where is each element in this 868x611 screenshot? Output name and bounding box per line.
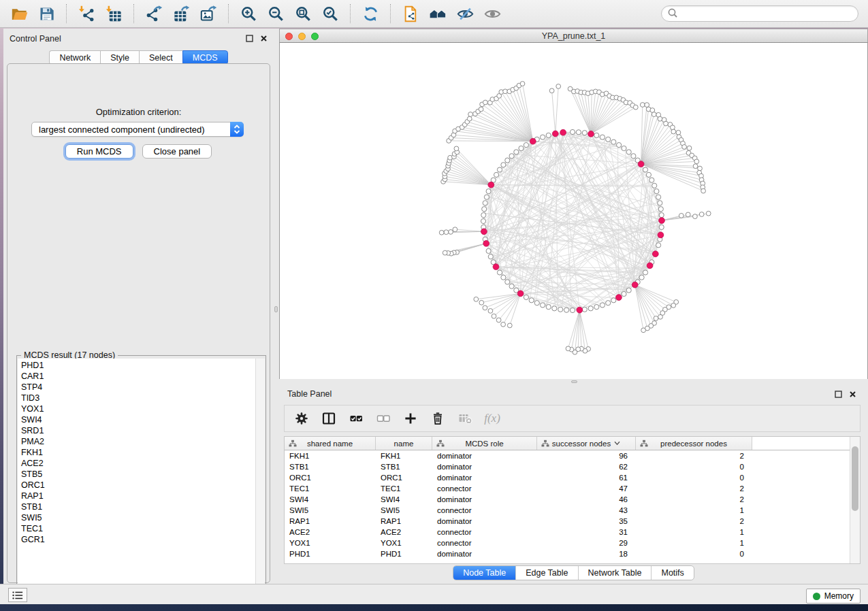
delete-column-button[interactable] <box>429 410 447 427</box>
mcds-node-item[interactable]: PHD1 <box>18 360 255 371</box>
table-row[interactable]: SWI5SWI5connector431 <box>285 505 860 516</box>
toggle-columns-icon <box>321 410 337 427</box>
table-cell: dominator <box>432 472 537 483</box>
table-row[interactable]: ACE2ACE2connector311 <box>285 527 860 538</box>
mcds-list-scrollbar[interactable] <box>255 359 265 603</box>
show-all-button[interactable] <box>479 2 506 25</box>
refresh-button[interactable] <box>357 2 384 25</box>
criterion-value: largest connected component (undirected) <box>32 125 230 135</box>
tab-mcds[interactable]: MCDS <box>182 50 228 65</box>
column-header-MCDS-role[interactable]: MCDS role <box>432 437 537 450</box>
search-box[interactable] <box>661 5 858 22</box>
mcds-node-item[interactable]: PMA2 <box>18 436 255 447</box>
mcds-node-item[interactable]: SWI4 <box>18 414 255 425</box>
network-view-canvas[interactable] <box>279 43 868 379</box>
task-history-button[interactable] <box>8 588 27 602</box>
mcds-node-item[interactable]: YOX1 <box>18 403 255 414</box>
apply-function-icon: f(x) <box>484 412 500 425</box>
run-mcds-button[interactable]: Run MCDS <box>65 144 133 159</box>
first-neighbors-button[interactable] <box>424 2 451 25</box>
mcds-node-item[interactable]: STP4 <box>18 382 255 393</box>
mcds-node-item[interactable]: GCR1 <box>18 534 255 545</box>
zoom-fit-button[interactable] <box>289 2 317 25</box>
close-mcds-button[interactable]: Close panel <box>142 144 212 159</box>
tab-network-table[interactable]: Network Table <box>579 566 652 580</box>
tab-network[interactable]: Network <box>49 50 100 65</box>
select-all-rows-button[interactable] <box>347 410 365 427</box>
new-network-from-selection-button[interactable] <box>397 2 424 25</box>
open-file-button[interactable] <box>5 2 33 25</box>
mcds-node-item[interactable]: FKH1 <box>18 447 255 458</box>
mcds-node-item[interactable]: ACE2 <box>18 458 255 469</box>
table-cell: 2 <box>636 494 752 505</box>
export-network-button[interactable] <box>140 2 167 25</box>
float-table-panel-icon[interactable] <box>833 389 843 399</box>
right-region: YPA_prune.txt_1 Table Panel f(x) shared … <box>279 29 868 584</box>
tab-select[interactable]: Select <box>139 50 182 65</box>
mcds-node-item[interactable]: RAP1 <box>18 491 255 501</box>
dropdown-stepper-icon <box>230 122 244 137</box>
zoom-in-button[interactable] <box>235 2 262 25</box>
import-network-button[interactable] <box>73 2 100 25</box>
table-row[interactable]: PHD1PHD1dominator180 <box>285 548 860 559</box>
mcds-result-list[interactable]: PHD1CAR1STP4TID3YOX1SWI4SRD1PMA2FKH1ACE2… <box>18 359 265 603</box>
tab-motifs[interactable]: Motifs <box>652 566 693 580</box>
column-header-successor-nodes[interactable]: successor nodes <box>537 437 636 450</box>
table-row[interactable]: STB1STB1dominator620 <box>285 461 860 472</box>
horizontal-splitter[interactable] <box>279 379 868 384</box>
table-row[interactable]: RAP1RAP1dominator352 <box>285 516 860 527</box>
float-panel-icon[interactable] <box>244 33 254 43</box>
refresh-icon <box>361 5 380 23</box>
mcds-node-item[interactable]: ORC1 <box>18 480 255 491</box>
search-input[interactable] <box>681 9 852 18</box>
column-header-shared-name[interactable]: shared name <box>285 437 376 450</box>
mcds-node-item[interactable]: TID3 <box>18 393 255 403</box>
export-table-button[interactable] <box>167 2 195 25</box>
table-row[interactable]: SWI4SWI4dominator462 <box>285 494 860 505</box>
column-header-name[interactable]: name <box>376 437 432 450</box>
toggle-columns-button[interactable] <box>320 410 338 427</box>
mcds-node-item[interactable]: SRD1 <box>18 425 255 436</box>
node-table[interactable]: shared namenameMCDS rolesuccessor nodesp… <box>284 436 861 564</box>
table-toolbar: f(x) <box>284 405 861 432</box>
table-options-button[interactable] <box>293 410 310 427</box>
mcds-node-item[interactable]: CAR1 <box>18 371 255 382</box>
mcds-node-item[interactable]: SWI5 <box>18 512 255 523</box>
table-cell: dominator <box>432 494 537 505</box>
memory-button[interactable]: Memory <box>806 589 861 604</box>
delete-table-icon <box>457 410 473 427</box>
tab-edge-table[interactable]: Edge Table <box>516 566 578 580</box>
deselect-all-rows-button[interactable] <box>374 410 392 427</box>
close-panel-icon[interactable] <box>259 33 268 43</box>
table-row[interactable]: YOX1YOX1connector291 <box>285 538 860 548</box>
zoom-selected-button[interactable] <box>317 2 344 25</box>
hide-selected-button[interactable] <box>451 2 479 25</box>
mcds-node-item[interactable]: STB5 <box>18 469 255 480</box>
zoom-fit-icon <box>294 5 312 23</box>
vertical-splitter-handle[interactable] <box>274 306 278 312</box>
table-row[interactable]: TEC1TEC1connector472 <box>285 483 860 494</box>
import-table-icon <box>105 5 123 23</box>
criterion-dropdown[interactable]: largest connected component (undirected) <box>31 122 244 137</box>
export-image-button[interactable] <box>195 2 222 25</box>
table-row[interactable]: FKH1FKH1dominator962 <box>285 450 860 461</box>
network-window-titlebar[interactable]: YPA_prune.txt_1 <box>279 29 868 43</box>
network-graph[interactable] <box>280 43 867 378</box>
import-table-button[interactable] <box>100 2 127 25</box>
table-cell: 0 <box>636 472 752 483</box>
horizontal-splitter-handle[interactable] <box>571 380 577 383</box>
zoom-out-button[interactable] <box>262 2 289 25</box>
close-table-panel-icon[interactable] <box>848 389 857 399</box>
save-session-button[interactable] <box>33 2 60 25</box>
table-cell: 2 <box>636 516 752 527</box>
tab-node-table[interactable]: Node Table <box>453 566 516 580</box>
table-scrollbar[interactable] <box>850 437 860 563</box>
mcds-node-item[interactable]: TEC1 <box>18 523 255 534</box>
add-column-button[interactable] <box>402 410 419 427</box>
criterion-label: Optimization criterion: <box>7 107 270 117</box>
table-row[interactable]: ORC1ORC1dominator610 <box>285 472 860 483</box>
tab-style[interactable]: Style <box>100 50 139 65</box>
column-header-predecessor-nodes[interactable]: predecessor nodes <box>636 437 752 450</box>
mcds-node-item[interactable]: STB1 <box>18 501 255 512</box>
table-scrollbar-thumb[interactable] <box>852 446 858 511</box>
